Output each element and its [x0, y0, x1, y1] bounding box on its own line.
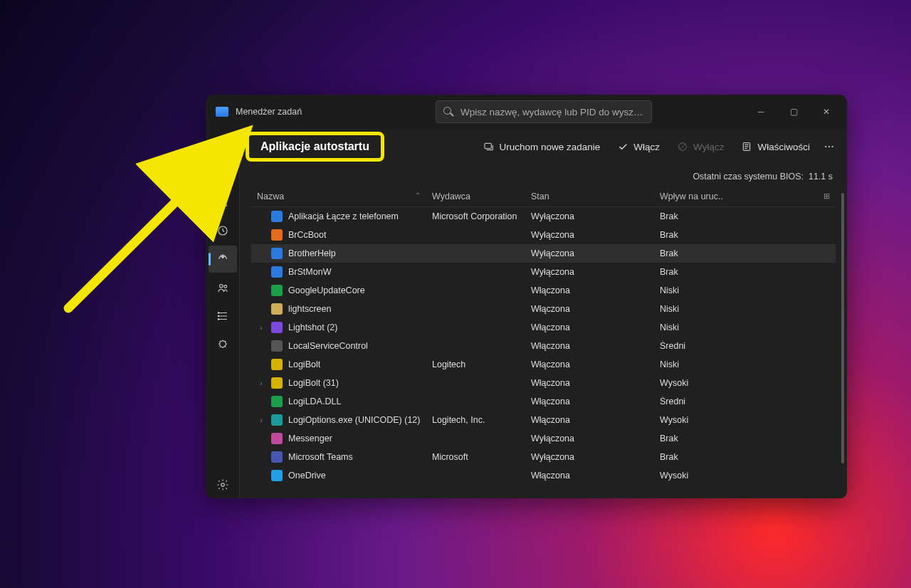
expand-icon[interactable]: › [257, 324, 265, 332]
scrollbar[interactable] [841, 193, 844, 463]
app-row-icon [271, 451, 283, 463]
nav-performance[interactable] [209, 189, 237, 216]
svg-point-15 [832, 146, 833, 147]
col-publisher[interactable]: Wydawca [426, 191, 525, 201]
app-row-icon [271, 414, 283, 426]
svg-point-7 [218, 315, 219, 317]
row-state: Wyłączona [525, 248, 654, 258]
app-row-icon [271, 211, 283, 222]
nav-details[interactable] [209, 303, 237, 330]
table-header: Nazwa ⌃ Wydawca Stan Wpływ na uruc... ⊞ [251, 186, 836, 207]
row-name: BrStMonW [288, 267, 331, 277]
expand-icon[interactable]: › [257, 416, 265, 424]
run-new-task-button[interactable]: Uruchom nowe zadanie [476, 137, 608, 157]
resize-handle-icon[interactable]: ⊞ [823, 191, 830, 201]
row-impact: Średni [654, 397, 722, 406]
svg-point-8 [218, 319, 219, 320]
row-state: Włączona [525, 285, 654, 295]
row-state: Włączona [525, 341, 654, 351]
checkmark-icon [617, 141, 628, 152]
search-icon [443, 107, 453, 117]
table-row[interactable]: BrotherHelpWyłączonaBrak [251, 244, 836, 263]
enable-button[interactable]: Włącz [610, 137, 667, 157]
nav-users[interactable] [209, 274, 237, 301]
row-impact: Brak [654, 230, 722, 240]
svg-point-14 [828, 146, 830, 147]
svg-rect-2 [218, 174, 222, 178]
table-row[interactable]: lightscreenWłączonaNiski [251, 300, 836, 318]
hamburger-button[interactable] [209, 132, 237, 159]
table-row[interactable]: LogiBoltLogitechWłączonaNiski [251, 355, 836, 374]
ellipsis-icon [823, 141, 836, 152]
table-row[interactable]: ›LogiOptions.exe (UNICODE) (12)Logitech,… [251, 411, 836, 429]
app-row-icon [271, 396, 283, 407]
main-area: Aplikacje autostartu Uruchom nowe zadani… [240, 129, 847, 498]
svg-point-5 [223, 285, 226, 288]
row-name: LogiBolt [288, 359, 320, 369]
row-impact: Brak [654, 267, 722, 277]
col-impact[interactable]: Wpływ na uruc... [654, 191, 722, 201]
table-row[interactable]: LogiLDA.DLLWłączonaŚredni [251, 392, 836, 411]
nav-app-history[interactable] [209, 217, 237, 244]
properties-button[interactable]: Właściwości [734, 137, 817, 157]
row-name: LogiLDA.DLL [288, 397, 341, 406]
table-row[interactable]: BrStMonWWyłączonaBrak [251, 263, 836, 281]
nav-startup[interactable] [209, 246, 237, 273]
expand-icon[interactable]: › [257, 379, 265, 387]
sort-asc-icon: ⌃ [415, 191, 421, 199]
col-name[interactable]: Nazwa ⌃ [251, 191, 426, 201]
more-button[interactable] [820, 137, 838, 157]
bios-time: Ostatni czas systemu BIOS: 11.1 s [240, 164, 847, 186]
app-row-icon [271, 248, 283, 259]
row-name: Microsoft Teams [288, 452, 353, 462]
table-row[interactable]: GoogleUpdateCoreWłączonaNiski [251, 281, 836, 300]
row-name: GoogleUpdateCore [288, 285, 365, 295]
app-row-icon [271, 322, 283, 333]
row-state: Włączona [525, 397, 654, 406]
svg-point-6 [218, 313, 219, 314]
row-state: Włączona [525, 378, 654, 388]
ban-icon [677, 141, 688, 152]
row-name: LogiOptions.exe (UNICODE) (12) [288, 415, 420, 425]
maximize-button[interactable]: ▢ [777, 100, 810, 123]
table-row[interactable]: LocalServiceControlWłączonaŚredni [251, 337, 836, 355]
row-name: Messenger [288, 434, 332, 443]
row-state: Włączona [525, 415, 654, 425]
close-button[interactable]: ✕ [810, 100, 843, 123]
row-publisher: Microsoft Corporation [426, 211, 525, 221]
row-state: Wyłączona [525, 211, 654, 221]
row-impact: Niski [654, 322, 722, 332]
minimize-button[interactable]: ─ [744, 100, 777, 123]
row-impact: Niski [654, 359, 722, 369]
disable-button: Wyłącz [670, 137, 731, 157]
row-name: BrCcBoot [288, 230, 327, 240]
task-manager-window: Menedżer zadań Wpisz nazwę, wydawcę lub … [206, 95, 847, 498]
row-publisher: Microsoft [426, 452, 525, 462]
app-icon [216, 107, 228, 117]
row-name: Lightshot (2) [288, 322, 337, 332]
app-row-icon [271, 340, 283, 352]
settings-button[interactable] [209, 471, 237, 498]
row-publisher: Logitech [426, 359, 525, 369]
table-row[interactable]: MessengerWyłączonaBrak [251, 429, 836, 448]
svg-point-4 [219, 285, 223, 288]
nav-services[interactable] [209, 331, 237, 358]
row-name: OneDrive [288, 471, 326, 481]
row-name: Aplikacja Łącze z telefonem [288, 211, 399, 221]
row-state: Włączona [525, 471, 654, 481]
table-row[interactable]: Aplikacja Łącze z telefonemMicrosoft Cor… [251, 207, 836, 226]
row-impact: Średni [654, 341, 722, 351]
app-row-icon [271, 303, 283, 315]
table-row[interactable]: ›Lightshot (2)WłączonaNiski [251, 318, 836, 337]
row-name: lightscreen [288, 304, 331, 314]
col-state[interactable]: Stan [525, 191, 654, 201]
table-row[interactable]: BrCcBootWyłączonaBrak [251, 226, 836, 244]
search-input[interactable]: Wpisz nazwę, wydawcę lub PID do wyszuk..… [436, 100, 652, 123]
row-impact: Wysoki [654, 415, 722, 425]
row-impact: Brak [654, 434, 722, 443]
table-row[interactable]: Microsoft TeamsMicrosoftWyłączonaBrak [251, 448, 836, 466]
nav-processes[interactable] [209, 160, 237, 187]
table-row[interactable]: OneDriveWłączonaWysoki [251, 466, 836, 485]
table-row[interactable]: ›LogiBolt (31)WłączonaWysoki [251, 374, 836, 392]
page-title: Aplikacje autostartu [246, 132, 384, 162]
